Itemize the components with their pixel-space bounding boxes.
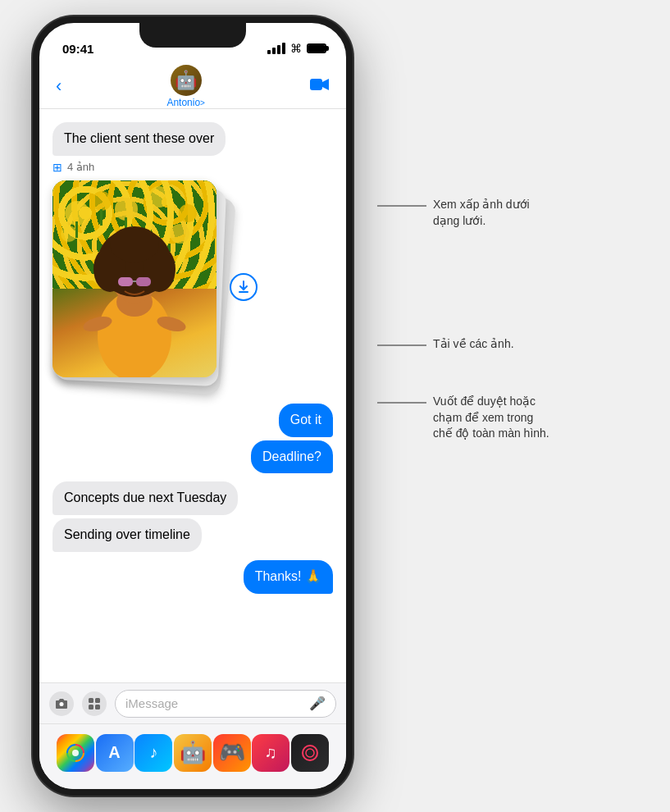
annotation-3: Vuốt để duyệt hoặc chạm để xem trong chế… xyxy=(377,394,549,442)
message-row: Deadline? xyxy=(52,440,333,474)
status-time: 09:41 xyxy=(62,42,93,56)
svg-point-2 xyxy=(92,191,112,211)
dock-memoji-app[interactable]: 🤖 xyxy=(174,734,212,772)
photo-card-front[interactable] xyxy=(52,180,216,377)
bubble-received: The client sent these over xyxy=(52,122,226,156)
notch xyxy=(139,23,246,48)
status-icons: ⌘ xyxy=(267,42,326,55)
photo-stack[interactable] xyxy=(52,180,233,394)
imessage-input[interactable]: iMessage 🎤 xyxy=(115,690,336,718)
svg-point-3 xyxy=(115,198,138,221)
svg-point-5 xyxy=(179,204,197,222)
woman-figure-svg xyxy=(52,180,216,377)
message-row: Thanks! 🙏 xyxy=(52,560,333,594)
dock-appstore-app[interactable]: A xyxy=(96,734,134,772)
svg-rect-8 xyxy=(75,221,78,238)
wifi-icon: ⌘ xyxy=(290,42,302,55)
annotation-text-1: Xem xấp ảnh dưới dạng lưới. xyxy=(433,198,530,227)
contact-info[interactable]: 🤖 Antonio> xyxy=(166,65,205,108)
svg-point-19 xyxy=(110,226,159,262)
bubble-sent-gotit: Got it xyxy=(279,404,333,437)
annotation-line-1 xyxy=(377,205,426,207)
phone-frame: 09:41 ⌘ ‹ 🤖 Antonio> xyxy=(33,16,353,796)
bubble-sent-deadline: Deadline? xyxy=(251,440,333,474)
photo-count-text: 4 ảnh xyxy=(67,161,94,173)
svg-rect-0 xyxy=(310,79,322,90)
battery-icon xyxy=(307,43,326,53)
dock-photos-app[interactable] xyxy=(57,734,94,772)
message-row: Concepts due next Tuesday xyxy=(52,481,333,515)
dock-fitness-app[interactable] xyxy=(291,734,329,772)
svg-rect-23 xyxy=(239,291,248,293)
svg-point-24 xyxy=(60,702,64,706)
input-area: iMessage 🎤 xyxy=(39,682,346,723)
annotation-line-2 xyxy=(377,344,426,346)
photo-stack-container[interactable]: ⊞ 4 ảnh xyxy=(52,161,333,394)
annotation-1: Xem xấp ảnh dưới dạng lưới. xyxy=(377,197,530,229)
svg-point-4 xyxy=(148,186,170,208)
app-dock: A ♪ 🤖 🎮 ♫ xyxy=(39,723,346,789)
svg-point-7 xyxy=(170,224,189,244)
svg-rect-28 xyxy=(95,705,100,709)
svg-rect-25 xyxy=(89,698,93,703)
annotation-line-3 xyxy=(377,402,426,404)
svg-rect-9 xyxy=(100,209,103,226)
annotation-text-3: Vuốt để duyệt hoặc chạm để xem trong chế… xyxy=(433,395,549,440)
annotations-panel: Xem xấp ảnh dưới dạng lưới. Tải về các ả… xyxy=(369,16,670,812)
apps-button[interactable] xyxy=(82,691,107,716)
svg-rect-20 xyxy=(118,277,133,286)
dock-game-app[interactable]: 🎮 xyxy=(213,734,251,772)
camera-button[interactable] xyxy=(49,691,74,716)
svg-rect-21 xyxy=(136,277,151,286)
svg-point-6 xyxy=(61,226,77,242)
dock-shazam-app[interactable]: ♪ xyxy=(134,734,172,772)
download-button[interactable] xyxy=(230,273,258,301)
bubble-received-timeline: Sending over timeline xyxy=(52,518,202,552)
bubble-received-concepts: Concepts due next Tuesday xyxy=(52,481,238,515)
photo-count-row: ⊞ 4 ảnh xyxy=(52,161,333,174)
message-row: The client sent these over xyxy=(52,122,333,156)
chat-area: The client sent these over ⊞ 4 ảnh xyxy=(39,109,346,682)
battery-fill xyxy=(308,45,325,52)
video-call-button[interactable] xyxy=(310,75,330,97)
bubble-sent-thanks: Thanks! 🙏 xyxy=(244,560,333,594)
signal-bars-icon xyxy=(267,43,285,54)
back-button[interactable]: ‹ xyxy=(56,75,62,97)
input-placeholder: iMessage xyxy=(125,696,178,710)
svg-point-30 xyxy=(72,750,79,756)
annotation-text-2: Tải về các ảnh. xyxy=(433,337,514,350)
contact-name: Antonio> xyxy=(166,97,205,108)
dock-music-app[interactable]: ♫ xyxy=(252,734,289,772)
microphone-icon[interactable]: 🎤 xyxy=(309,696,326,711)
message-row: Got it xyxy=(52,404,333,437)
grid-icon: ⊞ xyxy=(52,161,62,174)
nav-bar: ‹ 🤖 Antonio> xyxy=(39,64,346,109)
svg-rect-27 xyxy=(89,705,93,709)
svg-point-31 xyxy=(303,746,317,760)
annotation-2: Tải về các ảnh. xyxy=(377,336,514,353)
avatar: 🤖 xyxy=(171,65,202,96)
message-row: Sending over timeline xyxy=(52,518,333,552)
svg-point-32 xyxy=(306,749,314,757)
svg-rect-26 xyxy=(95,698,100,703)
photo-image xyxy=(52,180,216,377)
